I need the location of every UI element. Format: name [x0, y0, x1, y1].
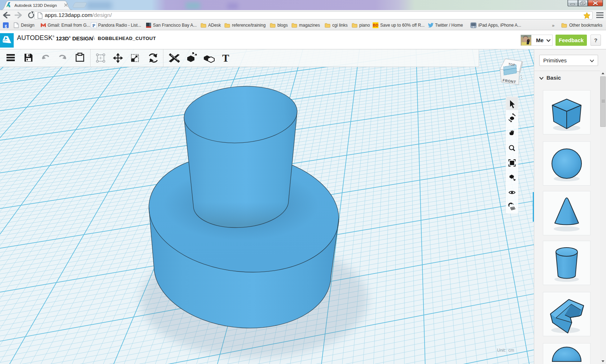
svg-text:P: P: [92, 23, 95, 28]
svg-text:g: g: [5, 23, 7, 28]
svg-text:T: T: [222, 52, 229, 64]
svg-text:BD: BD: [373, 23, 378, 27]
svg-text:Autodesk 123D Design: Autodesk 123D Design: [14, 3, 57, 8]
